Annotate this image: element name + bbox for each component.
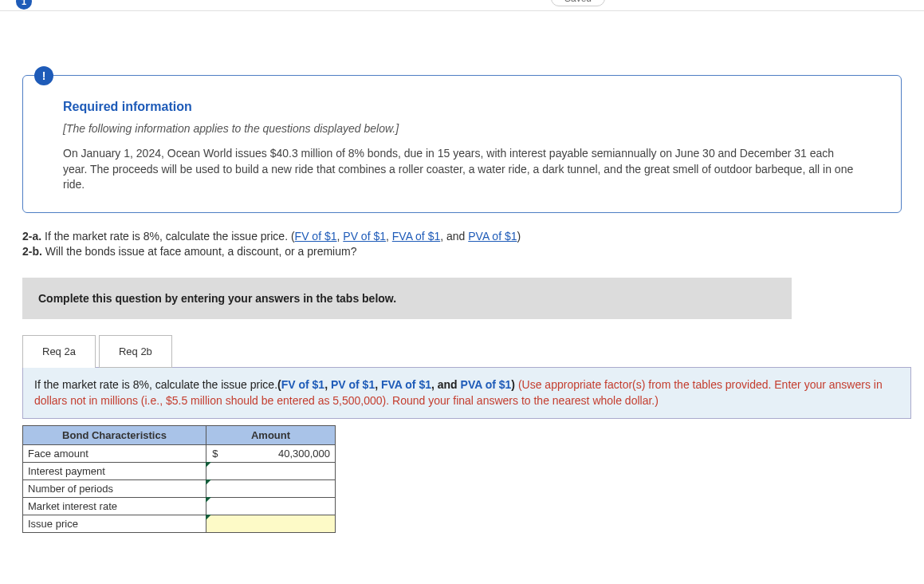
- col-amount: Amount: [206, 426, 336, 445]
- market-rate-input[interactable]: [206, 498, 224, 515]
- and-text: , and: [440, 230, 468, 243]
- q2a-text-before: If the market rate is 8%, calculate the …: [41, 230, 294, 243]
- table-row: Market interest rate: [23, 498, 336, 515]
- row-label-market-rate: Market interest rate: [23, 498, 206, 515]
- input-marker-icon: [206, 462, 211, 468]
- panel-pv: PV of $1: [331, 378, 375, 391]
- periods-value[interactable]: [224, 480, 336, 498]
- question-block: 2-a. If the market rate is 8%, calculate…: [22, 229, 902, 260]
- input-marker-icon: [206, 515, 211, 520]
- table-row: Number of periods: [23, 480, 336, 498]
- required-info-card: ! Required information [The following in…: [22, 75, 902, 213]
- row-label-periods: Number of periods: [23, 480, 206, 498]
- q2b-text: Will the bonds issue at face amount, a d…: [42, 245, 357, 258]
- issue-price-value[interactable]: [224, 515, 336, 533]
- table-row: Interest payment: [23, 463, 336, 480]
- panel-fv: FV of $1: [281, 378, 324, 391]
- table-row: Face amount $ 40,300,000: [23, 445, 336, 463]
- periods-input[interactable]: [206, 480, 224, 498]
- top-bar: 1 Saved: [0, 0, 924, 11]
- interest-payment-input[interactable]: [206, 463, 224, 480]
- input-marker-icon: [206, 479, 211, 485]
- link-pva[interactable]: PVA of $1: [468, 230, 517, 243]
- issue-price-input[interactable]: [206, 515, 224, 533]
- required-info-title: Required information: [63, 100, 861, 114]
- col-bond-characteristics: Bond Characteristics: [23, 426, 206, 445]
- market-rate-value[interactable]: [224, 498, 336, 515]
- panel-and: and: [434, 378, 461, 391]
- saved-indicator: Saved: [551, 0, 605, 6]
- instruction-bar: Complete this question by entering your …: [22, 278, 792, 319]
- link-fva[interactable]: FVA of $1: [392, 230, 440, 243]
- q2a-label: 2-a.: [22, 230, 41, 243]
- tab-req-2b[interactable]: Req 2b: [99, 335, 172, 368]
- scenario-text: On January 1, 2024, Ocean World issues $…: [63, 146, 861, 193]
- step-badge: 1: [16, 0, 32, 10]
- question-2b: 2-b. Will the bonds issue at face amount…: [22, 244, 902, 260]
- tabs-row: Req 2a Req 2b: [22, 335, 902, 368]
- panel-pva: PVA of $1: [461, 378, 512, 391]
- question-2a: 2-a. If the market rate is 8%, calculate…: [22, 229, 902, 245]
- q2a-text-after: ): [517, 230, 521, 243]
- applies-note: [The following information applies to th…: [63, 122, 861, 135]
- link-fv[interactable]: FV of $1: [295, 230, 337, 243]
- table-row: Issue price: [23, 515, 336, 533]
- interest-payment-value[interactable]: [224, 463, 336, 480]
- panel-text-1: If the market rate is 8%, calculate the …: [34, 378, 277, 391]
- row-label-face-amount: Face amount: [23, 445, 206, 463]
- info-icon: !: [34, 66, 53, 85]
- tab-panel-req-2a: If the market rate is 8%, calculate the …: [22, 367, 911, 419]
- tab-req-2a[interactable]: Req 2a: [22, 335, 96, 368]
- link-pv[interactable]: PV of $1: [343, 230, 386, 243]
- face-amount-value[interactable]: 40,300,000: [224, 445, 336, 463]
- row-label-issue-price: Issue price: [23, 515, 206, 533]
- panel-fva: FVA of $1: [381, 378, 431, 391]
- input-marker-icon: [206, 497, 211, 503]
- bond-table: Bond Characteristics Amount Face amount …: [22, 425, 336, 533]
- currency-symbol: $: [206, 445, 224, 463]
- row-label-interest-payment: Interest payment: [23, 463, 206, 480]
- main-content: ! Required information [The following in…: [0, 11, 924, 549]
- q2b-label: 2-b.: [22, 245, 42, 258]
